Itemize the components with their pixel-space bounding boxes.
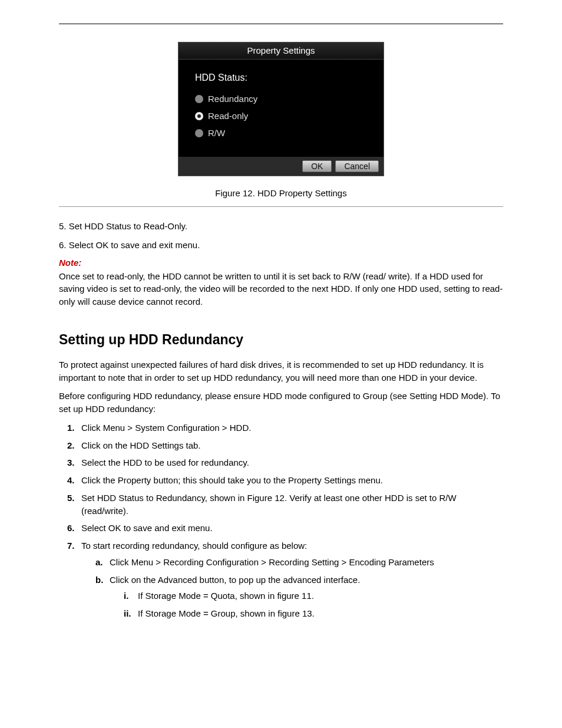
step-7b: Click on the Advanced button, to pop up … bbox=[87, 574, 503, 620]
step-2: Click on the HDD Settings tab. bbox=[59, 439, 503, 452]
radio-label: R/W bbox=[208, 128, 225, 138]
dialog-body: HDD Status: Redundancy Read-only R/W bbox=[178, 60, 384, 157]
note-text: Once set to read-only, the HDD cannot be… bbox=[59, 270, 503, 308]
redundancy-intro: To protect against unexpected failures o… bbox=[59, 358, 503, 384]
step-text: Set HDD Status to Redundancy, shown in F… bbox=[81, 493, 457, 516]
step-1: Click Menu > System Configuration > HDD. bbox=[59, 421, 503, 434]
cancel-button[interactable]: Cancel bbox=[335, 160, 379, 172]
step-7-substeps: Click Menu > Recording Configuration > R… bbox=[81, 556, 503, 620]
step-3: Select the HDD to be used for redundancy… bbox=[59, 456, 503, 469]
step-7b-substeps: If Storage Mode = Quota, shown in figure… bbox=[110, 589, 503, 620]
step-6: Select OK to save and exit menu. bbox=[59, 522, 503, 535]
step-text: Click on the HDD Settings tab. bbox=[81, 440, 201, 450]
radio-label: Read-only bbox=[208, 111, 248, 121]
step-text: To start recording redundancy, should co… bbox=[81, 541, 307, 551]
top-rule bbox=[59, 24, 503, 24]
dialog-footer: OK Cancel bbox=[178, 157, 384, 176]
step-text: Select the HDD to be used for redundancy… bbox=[81, 457, 249, 467]
step-text: Click the Property button; this should t… bbox=[81, 475, 383, 485]
step-6-text: 6. Select OK to save and exit menu. bbox=[59, 239, 503, 252]
step-text: If Storage Mode = Group, shown in figure… bbox=[138, 608, 315, 618]
radio-icon bbox=[195, 95, 203, 103]
figure-caption: Figure 12. HDD Property Settings bbox=[59, 188, 503, 198]
radio-label: Redundancy bbox=[208, 94, 257, 104]
redundancy-before: Before configuring HDD redundancy, pleas… bbox=[59, 390, 503, 416]
heading-hdd-redundancy: Setting up HDD Redundancy bbox=[59, 332, 503, 348]
radio-option-read-only[interactable]: Read-only bbox=[195, 111, 367, 121]
ok-button[interactable]: OK bbox=[302, 160, 332, 172]
step-7b-i: If Storage Mode = Quota, shown in figure… bbox=[115, 589, 503, 602]
property-settings-dialog: Property Settings HDD Status: Redundancy… bbox=[178, 42, 384, 176]
hdd-status-label: HDD Status: bbox=[195, 73, 367, 83]
step-text: If Storage Mode = Quota, shown in figure… bbox=[138, 591, 314, 601]
radio-icon bbox=[195, 112, 203, 120]
note-label: Note: bbox=[59, 258, 503, 268]
step-7b-ii: If Storage Mode = Group, shown in figure… bbox=[115, 607, 503, 620]
radio-option-redundancy[interactable]: Redundancy bbox=[195, 94, 367, 104]
step-text: Click Menu > Recording Configuration > R… bbox=[110, 557, 434, 567]
radio-option-rw[interactable]: R/W bbox=[195, 128, 367, 138]
step-5: Set HDD Status to Redundancy, shown in F… bbox=[59, 492, 503, 518]
step-7: To start recording redundancy, should co… bbox=[59, 539, 503, 620]
note-block: Note: Once set to read-only, the HDD can… bbox=[59, 258, 503, 308]
step-text: Click Menu > System Configuration > HDD. bbox=[81, 423, 251, 433]
step-5-text: 5. Set HDD Status to Read-Only. bbox=[59, 220, 503, 233]
step-text: Click on the Advanced button, to pop up … bbox=[110, 575, 360, 585]
step-7a: Click Menu > Recording Configuration > R… bbox=[87, 556, 503, 569]
redundancy-steps: Click Menu > System Configuration > HDD.… bbox=[59, 421, 503, 620]
step-text: Select OK to save and exit menu. bbox=[81, 523, 213, 533]
step-4: Click the Property button; this should t… bbox=[59, 474, 503, 487]
thin-rule bbox=[59, 206, 503, 207]
dialog-wrap: Property Settings HDD Status: Redundancy… bbox=[59, 42, 503, 176]
dialog-title: Property Settings bbox=[178, 42, 384, 60]
radio-icon bbox=[195, 129, 203, 137]
